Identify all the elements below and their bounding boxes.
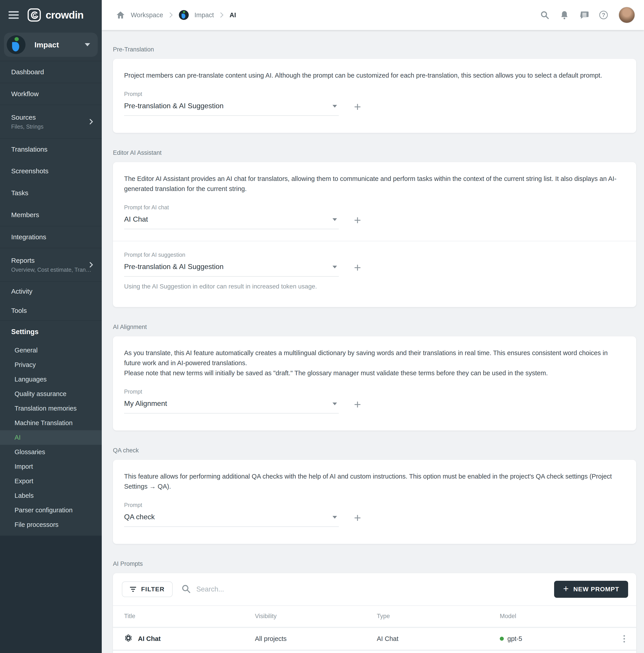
user-avatar[interactable] [619, 7, 635, 23]
table-header: Title Visibility Type Model [113, 605, 636, 627]
settings-item-ai[interactable]: AI [0, 430, 102, 445]
filter-button[interactable]: FILTER [122, 581, 173, 597]
sidebar-item-workflow[interactable]: Workflow [0, 83, 102, 105]
settings-item-glossaries[interactable]: Glossaries [0, 445, 102, 459]
new-prompt-button[interactable]: + NEW PROMPT [554, 581, 628, 598]
search-box [181, 584, 545, 594]
sidebar-item-reports-subtitle: Overview, Cost estimate, Transl... [11, 267, 92, 273]
topbar-actions: ? [540, 7, 635, 23]
sidebar-item-tasks[interactable]: Tasks [0, 182, 102, 204]
chevron-separator-icon [220, 12, 224, 18]
main-content: Pre-Translation Project members can pre-… [102, 0, 644, 653]
sidebar-item-dashboard[interactable]: Dashboard [0, 61, 102, 83]
prompt-title: AI Chat [138, 635, 161, 643]
search-icon [181, 584, 191, 594]
table-row[interactable]: AI Chat All projects AI Chat gpt-5 [113, 627, 636, 650]
ai-alignment-prompt-select[interactable]: My Alignment [124, 398, 339, 413]
settings-item-quality-assurance[interactable]: Quality assurance [0, 387, 102, 401]
sidebar-item-screenshots[interactable]: Screenshots [0, 160, 102, 182]
section-title-editor-ai-assistant: Editor AI Assistant [113, 149, 636, 156]
column-header-visibility[interactable]: Visibility [255, 613, 377, 620]
sidebar-item-settings[interactable]: Settings [0, 321, 102, 343]
prompt-type: AI Chat [377, 635, 500, 643]
column-header-type[interactable]: Type [377, 613, 500, 620]
ai-alignment-card: As you translate, this AI feature automa… [113, 336, 636, 431]
add-prompt-icon[interactable]: + [354, 261, 361, 273]
brand-text: crowdin [46, 9, 83, 21]
section-title-qa-check: QA check [113, 447, 636, 454]
prompt-visibility: All projects [255, 635, 377, 643]
breadcrumb-project[interactable]: Impact [195, 11, 214, 19]
openai-icon [124, 634, 132, 644]
settings-item-machine-translation[interactable]: Machine Translation [0, 416, 102, 430]
model-status-dot [500, 637, 504, 641]
help-icon[interactable]: ? [599, 11, 608, 19]
add-prompt-icon[interactable]: + [354, 512, 361, 524]
breadcrumb-page: AI [230, 11, 236, 19]
menu-icon[interactable] [8, 11, 19, 19]
sidebar-item-activity[interactable]: Activity [0, 281, 102, 301]
card-divider: Prompt for AI suggestion Pre-translation… [113, 241, 636, 290]
pre-translation-prompt-select[interactable]: Pre-translation & AI Suggestion [124, 100, 339, 116]
sidebar-item-reports[interactable]: Reports Overview, Cost estimate, Transl.… [0, 248, 102, 281]
pre-translation-description: Project members can pre-translate conten… [124, 70, 625, 80]
chevron-right-icon [89, 119, 94, 126]
project-avatar [7, 35, 25, 54]
messages-icon[interactable] [579, 10, 589, 20]
settings-item-general[interactable]: General [0, 343, 102, 358]
column-header-model[interactable]: Model [500, 613, 617, 620]
prompt-field-label: Prompt [124, 388, 339, 395]
ai-suggestion-prompt-select[interactable]: Pre-translation & AI Suggestion [124, 261, 339, 276]
prompt-field-label: Prompt [124, 502, 339, 508]
sidebar-item-tools[interactable]: Tools [0, 301, 102, 320]
add-prompt-icon[interactable]: + [354, 101, 361, 113]
table-row[interactable]: Pre-translation & AI Suggestion All proj… [113, 650, 636, 653]
ai-suggestion-prompt-label: Prompt for AI suggestion [124, 251, 339, 258]
breadcrumb-workspace[interactable]: Workspace [131, 11, 163, 19]
ai-alignment-description-2: Please note that new terms will initiall… [124, 368, 625, 378]
prompt-field-label: Prompt [124, 91, 339, 97]
chevron-down-icon [332, 516, 337, 518]
filter-icon [130, 587, 136, 592]
chevron-down-icon [332, 403, 337, 405]
row-menu-icon[interactable] [621, 633, 627, 645]
token-usage-note: Using the AI Suggestion in editor can re… [124, 283, 625, 290]
sidebar-item-members[interactable]: Members [0, 204, 102, 226]
settings-item-export[interactable]: Export [0, 474, 102, 488]
chevron-down-icon [332, 266, 337, 268]
settings-item-translation-memories[interactable]: Translation memories [0, 401, 102, 416]
ai-chat-prompt-select[interactable]: AI Chat [124, 214, 339, 229]
add-prompt-icon[interactable]: + [354, 214, 361, 226]
search-input[interactable] [196, 585, 545, 593]
search-icon[interactable] [540, 10, 549, 20]
pre-translation-card: Project members can pre-translate conten… [113, 59, 636, 133]
qa-check-prompt-select[interactable]: QA check [124, 511, 339, 527]
ai-prompts-toolbar: FILTER + NEW PROMPT [113, 573, 636, 605]
sidebar-item-integrations[interactable]: Integrations [0, 226, 102, 248]
breadcrumb: Workspace Impact AI [116, 10, 540, 20]
plus-icon: + [563, 583, 569, 594]
topbar: Workspace Impact AI ? [102, 0, 644, 30]
add-prompt-icon[interactable]: + [354, 398, 361, 410]
qa-check-card: This feature allows for performing addit… [113, 460, 636, 544]
sidebar-item-sources-subtitle: Files, Strings [11, 123, 43, 130]
settings-item-file-processors[interactable]: File processors [0, 517, 102, 532]
ai-chat-prompt-label: Prompt for AI chat [124, 204, 339, 211]
settings-item-labels[interactable]: Labels [0, 488, 102, 503]
notifications-bell-icon[interactable] [560, 10, 569, 20]
sidebar: crowdin Impact Dashboard Workflow Source… [0, 0, 102, 653]
editor-ai-assistant-card: The Editor AI Assistant provides an AI c… [113, 162, 636, 307]
settings-item-languages[interactable]: Languages [0, 372, 102, 387]
home-icon[interactable] [116, 10, 125, 20]
sidebar-filler [0, 536, 102, 653]
crowdin-logo[interactable]: crowdin [27, 8, 83, 22]
sidebar-item-translations[interactable]: Translations [0, 138, 102, 160]
project-switcher[interactable]: Impact [4, 33, 98, 57]
settings-item-import[interactable]: Import [0, 459, 102, 474]
ai-alignment-description-1: As you translate, this AI feature automa… [124, 348, 625, 368]
settings-item-parser-configuration[interactable]: Parser configuration [0, 503, 102, 517]
settings-item-privacy[interactable]: Privacy [0, 358, 102, 372]
chevron-down-icon [332, 105, 337, 107]
column-header-title[interactable]: Title [124, 613, 255, 620]
sidebar-item-sources[interactable]: Sources Files, Strings [0, 105, 102, 138]
